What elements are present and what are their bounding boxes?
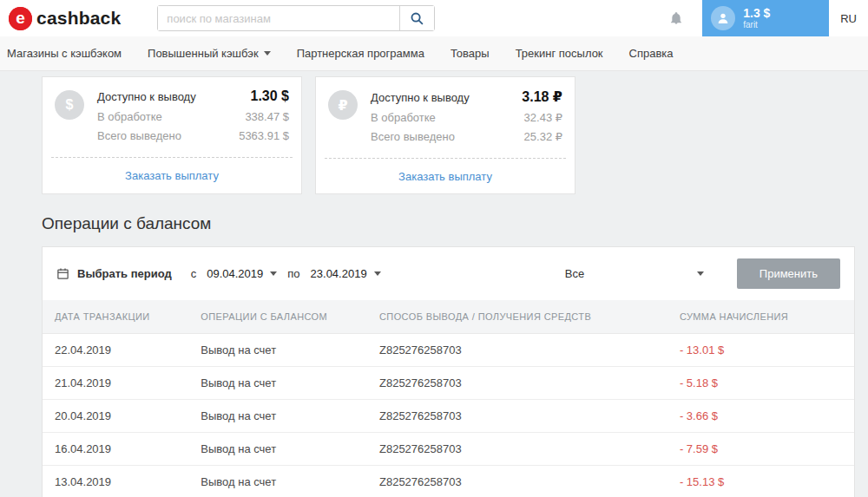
operations-table: ДАТА ТРАНЗАКЦИИ ОПЕРАЦИИ С БАЛАНСОМ СПОС… <box>43 300 854 497</box>
request-payout-link[interactable]: Заказать выплату <box>398 170 492 183</box>
processing-value: 338.47 $ <box>245 110 289 123</box>
nav-item-parcel-tracking[interactable]: Трекинг посылок <box>516 47 603 60</box>
person-icon <box>716 11 730 25</box>
card-footer: Заказать выплату <box>51 157 293 193</box>
cell-method: Z825276258703 <box>367 367 667 400</box>
balance-cards: $ Доступно к выводу 1.30 $ В обработке 3… <box>42 76 868 194</box>
table-row: 21.04.2019 Вывод на счет Z825276258703 -… <box>43 367 854 400</box>
store-search <box>157 5 435 31</box>
avatar <box>711 6 735 30</box>
card-footer: Заказать выплату <box>325 158 566 193</box>
processing-row: В обработке 32.43 ₽ <box>371 111 562 124</box>
nav-item-label: Справка <box>629 47 674 60</box>
cell-date: 21.04.2019 <box>43 367 188 400</box>
nav-item-label: Магазины с кэшбэком <box>7 47 122 60</box>
calendar-icon <box>56 267 69 280</box>
nav-item-help[interactable]: Справка <box>629 47 674 60</box>
balance-card-usd: $ Доступно к выводу 1.30 $ В обработке 3… <box>42 76 302 194</box>
user-texts: 1.3 $ farit <box>743 6 770 30</box>
operation-type-select[interactable]: Все <box>560 264 709 284</box>
date-from-value: 09.04.2019 <box>207 267 263 280</box>
cell-amount: - 5.18 $ <box>667 367 854 400</box>
cell-date: 22.04.2019 <box>43 334 188 367</box>
total-row: Всего выведено 5363.91 $ <box>97 129 289 142</box>
cell-operation: Вывод на счет <box>188 433 367 466</box>
available-value: 3.18 ₽ <box>522 88 562 105</box>
balance-card-rub: ₽ Доступно к выводу 3.18 ₽ В обработке 3… <box>315 76 575 194</box>
card-body: ₽ Доступно к выводу 3.18 ₽ В обработке 3… <box>316 77 575 154</box>
nav-item-label: Товары <box>450 47 490 60</box>
logo[interactable]: e cashback <box>9 7 121 30</box>
total-row: Всего выведено 25.32 ₽ <box>371 130 562 143</box>
cell-amount: - 13.01 $ <box>667 334 854 367</box>
table-row: 13.04.2019 Вывод на счет Z825276258703 -… <box>43 466 854 497</box>
date-to-select[interactable]: 23.04.2019 <box>309 264 383 284</box>
col-header-date: ДАТА ТРАНЗАКЦИИ <box>43 300 188 334</box>
available-label: Доступно к выводу <box>97 90 196 103</box>
table-row: 22.04.2019 Вывод на счет Z825276258703 -… <box>43 334 854 367</box>
top-header: e cashback <box>0 0 868 36</box>
col-header-method: СПОСОБ ВЫВОДА / ПОЛУЧЕНИЯ СРЕДСТВ <box>367 300 667 334</box>
logo-e-icon: e <box>9 7 32 30</box>
processing-label: В обработке <box>97 110 162 123</box>
available-label: Доступно к выводу <box>371 91 470 104</box>
dollar-icon: $ <box>55 90 84 120</box>
request-payout-link[interactable]: Заказать выплату <box>125 169 219 182</box>
nav-item-goods[interactable]: Товары <box>450 47 490 60</box>
cell-date: 13.04.2019 <box>43 466 188 497</box>
nav-item-increased-cashback[interactable]: Повышенный кэшбэк <box>148 47 271 60</box>
operations-panel: Выбрать период с 09.04.2019 по 23.04.201… <box>42 246 855 497</box>
table-row: 16.04.2019 Вывод на счет Z825276258703 -… <box>43 433 854 466</box>
cell-operation: Вывод на счет <box>188 334 367 367</box>
cell-amount: - 3.66 $ <box>667 400 854 433</box>
date-from-select[interactable]: 09.04.2019 <box>205 264 279 284</box>
logo-text: cashback <box>36 8 121 29</box>
total-withdrawn-value: 5363.91 $ <box>239 129 289 142</box>
page-title: Операции с балансом <box>42 214 868 233</box>
nav-item-shops[interactable]: Магазины с кэшбэком <box>7 47 122 60</box>
header-right: 1.3 $ farit RU <box>669 0 868 36</box>
available-value: 1.30 $ <box>251 88 289 104</box>
user-account-box[interactable]: 1.3 $ farit <box>702 0 829 36</box>
processing-value: 32.43 ₽ <box>524 111 562 124</box>
col-header-operation: ОПЕРАЦИИ С БАЛАНСОМ <box>188 300 367 334</box>
table-row: 20.04.2019 Вывод на счет Z825276258703 -… <box>43 400 854 433</box>
table-header-row: ДАТА ТРАНЗАКЦИИ ОПЕРАЦИИ С БАЛАНСОМ СПОС… <box>43 300 854 334</box>
cell-method: Z825276258703 <box>367 433 667 466</box>
chevron-down-icon <box>270 271 277 276</box>
date-to-value: 23.04.2019 <box>311 267 367 280</box>
nav-item-partner-program[interactable]: Партнерская программа <box>297 47 424 60</box>
cell-operation: Вывод на счет <box>188 367 367 400</box>
card-rows: Доступно к выводу 1.30 $ В обработке 338… <box>97 88 289 148</box>
chevron-down-icon <box>697 271 704 276</box>
search-button[interactable] <box>399 6 434 30</box>
col-header-amount: СУММА НАЧИСЛЕНИЯ <box>667 300 854 334</box>
cell-date: 16.04.2019 <box>43 433 188 466</box>
main-nav: Магазины с кэшбэком Повышенный кэшбэк Па… <box>0 36 868 71</box>
ruble-icon: ₽ <box>328 90 358 120</box>
chevron-down-icon <box>264 51 271 56</box>
total-withdrawn-label: Всего выведено <box>97 129 181 142</box>
user-balance: 1.3 $ <box>743 6 770 20</box>
card-body: $ Доступно к выводу 1.30 $ В обработке 3… <box>43 77 301 154</box>
cell-amount: - 7.59 $ <box>667 433 854 466</box>
operation-type-value: Все <box>565 267 584 280</box>
nav-item-label: Трекинг посылок <box>516 47 603 60</box>
nav-item-label: Повышенный кэшбэк <box>148 47 259 60</box>
notifications-bell-icon[interactable] <box>669 10 683 26</box>
from-label: с <box>191 267 197 280</box>
available-row: Доступно к выводу 1.30 $ <box>97 88 289 104</box>
apply-button[interactable]: Применить <box>737 258 840 289</box>
total-withdrawn-value: 25.32 ₽ <box>524 130 562 143</box>
cell-method: Z825276258703 <box>367 400 667 433</box>
total-withdrawn-label: Всего выведено <box>371 130 455 143</box>
cell-operation: Вывод на счет <box>188 466 367 497</box>
available-row: Доступно к выводу 3.18 ₽ <box>371 88 562 105</box>
language-selector[interactable]: RU <box>840 12 857 25</box>
to-label: по <box>287 267 299 280</box>
cell-method: Z825276258703 <box>367 466 667 497</box>
search-input[interactable] <box>158 6 399 30</box>
nav-item-label: Партнерская программа <box>297 47 424 60</box>
user-name: farit <box>743 20 770 30</box>
period-label: Выбрать период <box>77 267 172 280</box>
